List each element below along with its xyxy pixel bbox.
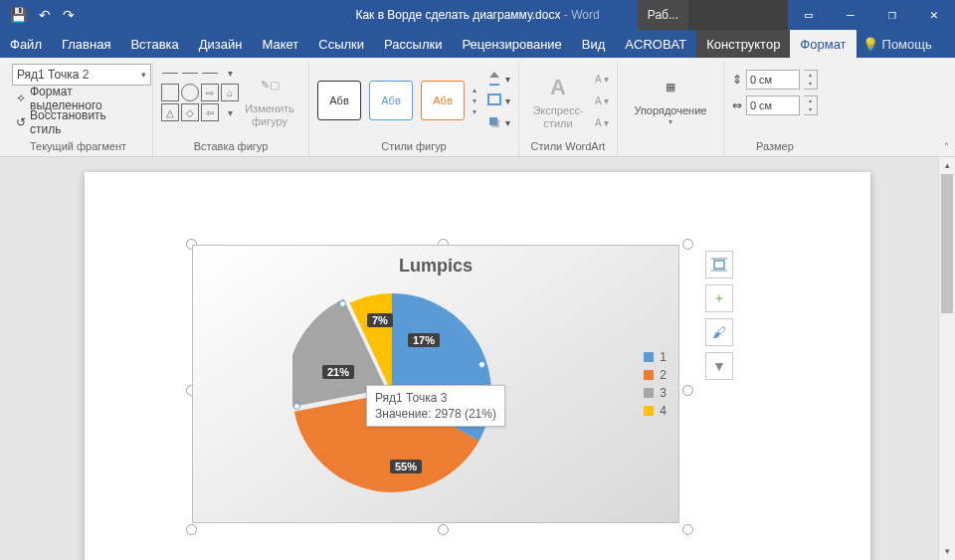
text-fill-button[interactable]: A ▾ <box>595 70 609 88</box>
chart-elements-button[interactable]: ＋ <box>705 284 733 312</box>
data-label-2[interactable]: 55% <box>390 460 422 473</box>
chevron-down-icon: ▾ <box>141 70 146 80</box>
quick-styles-button[interactable]: A Экспресс- стили <box>527 66 589 135</box>
scroll-down-icon[interactable]: ▾ <box>939 543 955 560</box>
svg-rect-0 <box>488 94 500 104</box>
chart-styles-button[interactable]: 🖌 <box>705 318 733 346</box>
group-wordart-styles: A Экспресс- стили A ▾ A ▾ A ▾ Стили Word… <box>519 62 618 156</box>
reset-style-label: Восстановить стиль <box>30 108 140 136</box>
text-outline-button[interactable]: A ▾ <box>595 92 609 109</box>
shape-effects-button[interactable]: ▾ <box>486 113 510 131</box>
width-spinner[interactable]: ▴▾ <box>804 95 818 115</box>
minimize-icon[interactable]: — <box>830 0 871 30</box>
resize-handle-s[interactable] <box>438 524 449 535</box>
tab-constructor[interactable]: Конструктор <box>696 30 790 58</box>
tab-review[interactable]: Рецензирование <box>452 30 571 58</box>
quick-access-toolbar: 💾 ↶ ↷ <box>0 7 85 23</box>
shape-arrow-right[interactable]: ⇨ <box>201 84 219 101</box>
shape-height-input[interactable]: 0 см <box>746 70 800 90</box>
arrange-button[interactable]: ▦ Упорядочение ▾ <box>626 64 715 133</box>
chart-object[interactable]: Lumpics <box>192 245 679 523</box>
ribbon-options-icon[interactable]: ▭ <box>788 0 830 30</box>
tab-mailings[interactable]: Рассылки <box>374 30 452 58</box>
chart-title[interactable]: Lumpics <box>193 256 678 277</box>
selection-point[interactable] <box>339 300 346 307</box>
shape-gallery-expand[interactable]: ▾ <box>221 103 239 121</box>
scroll-up-icon[interactable]: ▴ <box>939 157 955 174</box>
vertical-scrollbar[interactable]: ▴ ▾ <box>938 157 955 560</box>
tab-file[interactable]: Файл <box>0 30 52 58</box>
window-controls: ▭ — ❐ ✕ <box>788 0 955 30</box>
resize-handle-se[interactable] <box>682 524 693 535</box>
lightbulb-icon: 💡 <box>862 37 878 52</box>
restore-icon[interactable]: ❐ <box>871 0 913 30</box>
tab-layout[interactable]: Макет <box>252 30 308 58</box>
layout-options-button[interactable] <box>705 251 733 279</box>
resize-handle-e[interactable] <box>682 385 693 396</box>
shape-flow[interactable]: ⌂ <box>221 84 239 101</box>
shape-outline-button[interactable]: ▾ <box>486 92 510 109</box>
context-tab-chart-tools[interactable]: Раб... <box>638 0 688 30</box>
close-icon[interactable]: ✕ <box>913 0 955 30</box>
edit-shape-button[interactable]: ✎▢ Изменить фигуру <box>239 64 300 133</box>
legend-item-1[interactable]: 1 <box>644 348 667 366</box>
group-label: Стили фигур <box>317 137 510 156</box>
data-label-1[interactable]: 17% <box>408 333 440 347</box>
legend-item-4[interactable]: 4 <box>644 402 667 420</box>
reset-style-icon: ↺ <box>16 115 26 129</box>
shape-width-input[interactable]: 0 см <box>746 95 800 115</box>
resize-handle-sw[interactable] <box>186 524 197 535</box>
tab-acrobat[interactable]: ACROBAT <box>615 30 696 58</box>
tab-references[interactable]: Ссылки <box>308 30 374 58</box>
chart-legend[interactable]: 1 2 3 4 <box>644 348 667 420</box>
shape-oval[interactable] <box>181 84 199 101</box>
chart-elements-selector[interactable]: Ряд1 Точка 2 ▾ <box>12 64 151 86</box>
tab-home[interactable]: Главная <box>52 30 120 58</box>
selection-point[interactable] <box>478 361 485 368</box>
shape-diamond[interactable]: ◇ <box>181 103 199 121</box>
chart-filters-button[interactable]: ▼ <box>705 352 733 380</box>
tab-view[interactable]: Вид <box>572 30 616 58</box>
shape-elbow[interactable] <box>201 64 219 82</box>
redo-icon[interactable]: ↷ <box>63 7 75 23</box>
shape-more[interactable]: ▾ <box>221 64 239 82</box>
chart-selection[interactable]: Lumpics <box>192 245 695 537</box>
width-icon: ⇔ <box>732 98 742 112</box>
group-insert-shapes: ▾ ⇨ ⌂ △ ◇ ⇦ ▾ ✎▢ Изменить фигуру Вставка… <box>153 62 309 156</box>
shape-triangle[interactable]: △ <box>161 103 179 121</box>
legend-item-2[interactable]: 2 <box>644 366 667 384</box>
collapse-ribbon-icon[interactable]: ˄ <box>944 141 949 152</box>
shape-style-gallery-scroll[interactable]: ▴▾▾ <box>473 86 477 116</box>
shape-style-preset-3[interactable]: Абв <box>421 81 465 120</box>
data-label-3[interactable]: 21% <box>322 365 354 379</box>
shape-line[interactable] <box>161 64 179 82</box>
height-spinner[interactable]: ▴▾ <box>804 70 818 90</box>
text-effects-button[interactable]: A ▾ <box>595 113 609 131</box>
shape-arrow-line[interactable] <box>181 64 199 82</box>
scrollbar-thumb[interactable] <box>941 174 953 313</box>
data-label-4[interactable]: 7% <box>367 313 393 327</box>
undo-icon[interactable]: ↶ <box>39 7 51 23</box>
shapes-gallery[interactable]: ▾ ⇨ ⌂ △ ◇ ⇦ ▾ <box>161 64 239 121</box>
resize-handle-ne[interactable] <box>682 239 693 250</box>
app-name: Word <box>571 8 599 22</box>
tab-format[interactable]: Формат <box>790 30 856 58</box>
chart-tooltip: Ряд1 Точка 3 Значение: 2978 (21%) <box>366 385 505 427</box>
shape-fill-button[interactable]: ▾ <box>486 70 510 88</box>
contextual-tab-group: Раб... <box>638 0 788 30</box>
tell-me-help[interactable]: 💡 Помощь <box>862 30 932 58</box>
save-icon[interactable]: 💾 <box>10 7 27 23</box>
help-label: Помощь <box>882 37 932 52</box>
reset-style-button[interactable]: ↺ Восстановить стиль <box>12 111 144 133</box>
shape-arrow-left[interactable]: ⇦ <box>201 103 219 121</box>
shape-style-preset-1[interactable]: Абв <box>317 81 361 120</box>
shape-style-preset-2[interactable]: Абв <box>369 81 413 120</box>
tab-insert[interactable]: Вставка <box>120 30 188 58</box>
group-label: Размер <box>732 137 818 156</box>
arrange-label: Упорядочение <box>634 104 706 117</box>
tab-design[interactable]: Дизайн <box>189 30 253 58</box>
format-selection-button[interactable]: ✧ Формат выделенного <box>12 88 144 109</box>
shape-rect[interactable] <box>161 84 179 101</box>
selection-point[interactable] <box>293 403 300 410</box>
legend-item-3[interactable]: 3 <box>644 384 667 402</box>
